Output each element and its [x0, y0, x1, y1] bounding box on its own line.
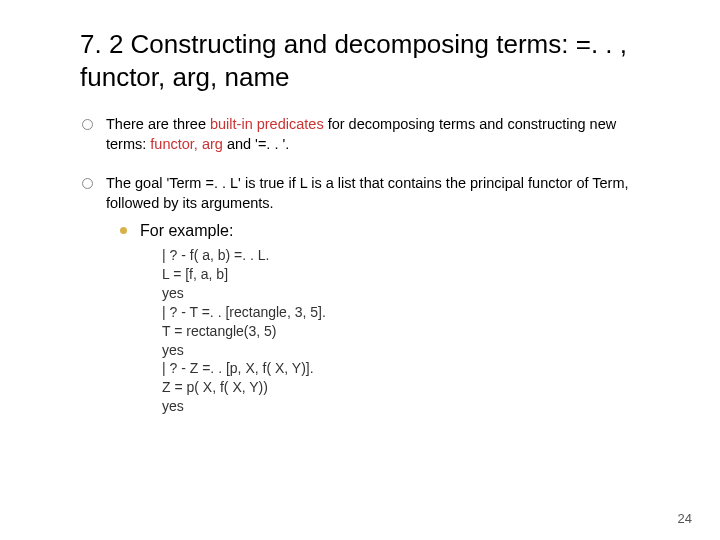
code-line: L = [f, a, b] — [162, 266, 228, 282]
sub-bullet-example: For example: | ? - f( a, b) =. . L. L = … — [118, 221, 660, 416]
code-line: | ? - Z =. . [p, X, f( X, Y)]. — [162, 360, 314, 376]
code-line: | ? - T =. . [rectangle, 3, 5]. — [162, 304, 326, 320]
bullet-list: There are three built-in predicates for … — [80, 115, 660, 416]
bullet-1-terms: functor, arg — [150, 136, 223, 152]
bullet-1-highlight: built-in predicates — [210, 116, 324, 132]
code-line: yes — [162, 342, 184, 358]
bullet-1-post2: and '=. . '. — [223, 136, 289, 152]
bullet-2: The goal 'Term =. . L' is true if L is a… — [80, 174, 660, 416]
code-line: yes — [162, 285, 184, 301]
sub-bullet-list: For example: | ? - f( a, b) =. . L. L = … — [118, 221, 660, 416]
bullet-2-text: The goal 'Term =. . L' is true if L is a… — [106, 175, 629, 211]
slide-content: 7. 2 Constructing and decomposing terms:… — [0, 0, 720, 416]
bullet-1: There are three built-in predicates for … — [80, 115, 660, 154]
sub-bullet-label: For example: — [140, 222, 233, 239]
code-line: T = rectangle(3, 5) — [162, 323, 277, 339]
code-line: yes — [162, 398, 184, 414]
slide-title: 7. 2 Constructing and decomposing terms:… — [80, 28, 660, 93]
bullet-1-pre: There are three — [106, 116, 210, 132]
code-line: | ? - f( a, b) =. . L. — [162, 247, 270, 263]
code-line: Z = p( X, f( X, Y)) — [162, 379, 268, 395]
code-block: | ? - f( a, b) =. . L. L = [f, a, b] yes… — [162, 246, 660, 416]
page-number: 24 — [678, 511, 692, 526]
